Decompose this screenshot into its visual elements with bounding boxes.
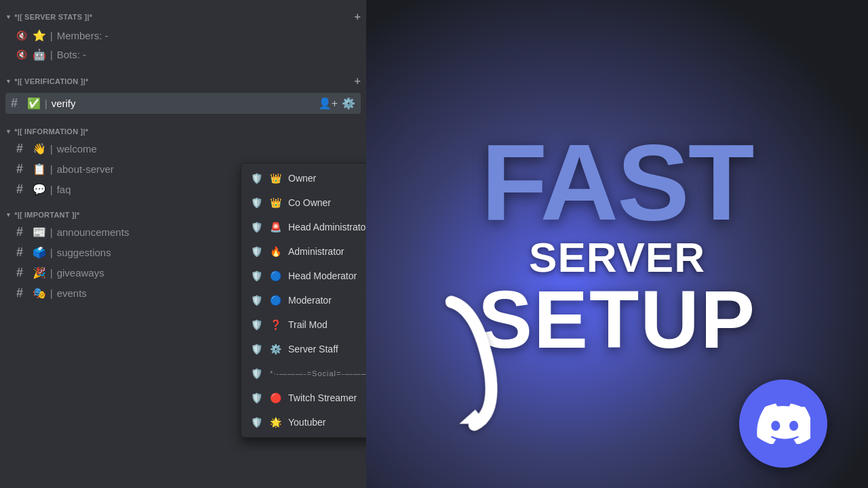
role-coowner[interactable]: 🛡️ 👑 Co Owner (241, 190, 366, 215)
party-icon: 🎉 (33, 266, 46, 279)
trail-mod-emoji: ❓ (270, 319, 281, 330)
head-mod-emoji: 🔵 (270, 270, 281, 281)
role-social-divider: 🛡️ *·-———-=Social=-———-·* (241, 361, 366, 386)
category-label: *|[ SERVER STATS ]|* (14, 13, 92, 21)
owner-role-label: Owner (288, 173, 316, 184)
twitch-shield-icon: 🛡️ (250, 391, 263, 405)
youtube-shield-icon: 🛡️ (250, 415, 263, 429)
discord-sidebar: ▼ *|[ SERVER STATS ]|* + 🔇 ⭐ | Members: … (0, 0, 366, 488)
pipe-separator: | (50, 30, 53, 41)
channel-welcome[interactable]: # 👋 | welcome (5, 139, 361, 159)
discord-icon (756, 403, 810, 444)
pipe-sep-8: | (50, 247, 53, 258)
channel-verify[interactable]: # ✅ | verify 👤+ ⚙️ (5, 93, 361, 114)
newspaper-icon: 📰 (33, 226, 46, 239)
pipe-sep-4: | (50, 144, 53, 155)
category-verification[interactable]: ▼ *|[ VERIFICATION ]|* + (0, 64, 366, 90)
twitch-role-label: Twitch Streamer (288, 392, 357, 403)
pipe-sep-10: | (50, 288, 53, 299)
chat-icon: 💬 (33, 183, 46, 196)
fast-title: FAST (481, 128, 753, 237)
category-server-stats[interactable]: ▼ *|[ SERVER STATS ]|* + (0, 0, 366, 26)
role-server-staff[interactable]: 🛡️ ⚙️ Server Staff (241, 337, 366, 361)
channel-bots[interactable]: 🔇 🤖 | Bots: - (5, 45, 361, 64)
pipe-sep-5: | (50, 164, 53, 175)
discord-logo (739, 380, 827, 468)
role-head-administrator[interactable]: 🛡️ 🚨 Head Administrator (241, 215, 366, 239)
faq-channel-name: faq (57, 184, 71, 195)
staff-role-label: Server Staff (288, 344, 338, 354)
role-youtuber[interactable]: 🛡️ 🌟 Youtuber (241, 410, 366, 434)
coowner-shield-icon: 🛡️ (250, 196, 263, 209)
events-channel-name: events (57, 287, 87, 299)
hash-icon: # (11, 96, 23, 110)
trail-mod-shield-icon: 🛡️ (250, 318, 263, 331)
pipe-sep-7: | (50, 227, 53, 238)
head-admin-role-label: Head Administrator (288, 222, 366, 232)
add-channel-icon-2[interactable]: + (354, 75, 361, 87)
category-arrow: ▼ (5, 14, 12, 20)
server-title: SERVER (529, 237, 705, 279)
category-arrow-2: ▼ (5, 78, 12, 85)
verify-channel-name: verify (52, 98, 76, 109)
head-mod-role-label: Head Moderator (288, 270, 357, 281)
role-owner[interactable]: 🛡️ 👑 Owner (241, 166, 366, 190)
giveaways-channel-name: giveaways (57, 267, 104, 279)
head-mod-shield-icon: 🛡️ (250, 269, 263, 283)
owner-emoji: 👑 (270, 173, 281, 184)
category-label-2: *|[ VERIFICATION ]|* (14, 77, 88, 85)
thumbnail-panel: FAST SERVER SETUP (366, 0, 868, 488)
star-icon: ⭐ (33, 29, 46, 42)
admin-shield-icon: 🛡️ (250, 245, 263, 258)
roles-dropdown: 🛡️ 👑 Owner 🛡️ 👑 Co Owner 🛡️ 🚨 Head Admin… (241, 163, 366, 438)
pipe-separator-2: | (50, 49, 53, 60)
suggestions-channel-name: suggestions (57, 247, 111, 258)
role-twitch-streamer[interactable]: 🛡️ 🔴 Twitch Streamer (241, 386, 366, 410)
social-divider-text: *·-———-=Social=-———-·* (270, 369, 366, 378)
youtube-emoji: 🌟 (270, 417, 281, 428)
category-label-3: *|[ INFORMATION ]|* (14, 127, 88, 136)
announcements-channel-name: announcements (57, 226, 130, 238)
head-admin-shield-icon: 🛡️ (250, 220, 263, 234)
trail-mod-role-label: Trail Mod (288, 319, 328, 330)
mute-icon-2: 🔇 (16, 49, 28, 60)
channel-members[interactable]: 🔇 ⭐ | Members: - (5, 26, 361, 45)
head-admin-emoji: 🚨 (270, 222, 281, 232)
channel-action-group: 👤+ ⚙️ (318, 97, 355, 110)
add-channel-icon[interactable]: + (354, 11, 361, 23)
owner-shield-icon: 🛡️ (250, 171, 263, 185)
mod-role-label: Moderator (288, 295, 332, 306)
hash-icon-3: # (16, 162, 28, 176)
arrow-container (407, 309, 542, 434)
hash-icon-5: # (16, 225, 28, 239)
wave-icon: 👋 (33, 142, 46, 155)
mute-icon: 🔇 (16, 30, 28, 41)
category-information[interactable]: ▼ *|[ INFORMATION ]|* (0, 117, 366, 138)
coowner-emoji: 👑 (270, 197, 281, 208)
staff-emoji: ⚙️ (270, 344, 281, 354)
about-channel-name: about-server (57, 163, 114, 175)
add-member-icon[interactable]: 👤+ (318, 97, 338, 110)
twitch-emoji: 🔴 (270, 392, 281, 403)
category-label-4: *|[ IMPORTANT ]|* (14, 211, 79, 219)
pipe-sep-9: | (50, 268, 53, 279)
mod-shield-icon: 🛡️ (250, 293, 263, 307)
pipe-sep-6: | (50, 184, 53, 195)
theater-icon: 🎭 (33, 287, 46, 300)
role-administrator[interactable]: 🛡️ 🔥 Administrator (241, 239, 366, 264)
role-moderator[interactable]: 🛡️ 🔵 Moderator (241, 288, 366, 312)
admin-emoji: 🔥 (270, 246, 281, 257)
arrow-icon (385, 283, 564, 457)
bots-channel-name: Bots: - (57, 49, 86, 60)
hash-icon-4: # (16, 182, 28, 197)
category-arrow-4: ▼ (5, 211, 12, 218)
role-head-moderator[interactable]: 🛡️ 🔵 Head Moderator (241, 264, 366, 288)
social-shield-icon: 🛡️ (250, 367, 263, 380)
hash-icon-6: # (16, 245, 28, 260)
notepad-icon: 📋 (33, 163, 46, 176)
settings-icon[interactable]: ⚙️ (342, 97, 355, 110)
youtuber-role-label: Youtuber (288, 417, 326, 428)
role-trail-mod[interactable]: 🛡️ ❓ Trail Mod (241, 312, 366, 337)
category-arrow-3: ▼ (5, 128, 12, 135)
admin-role-label: Administrator (288, 246, 344, 257)
